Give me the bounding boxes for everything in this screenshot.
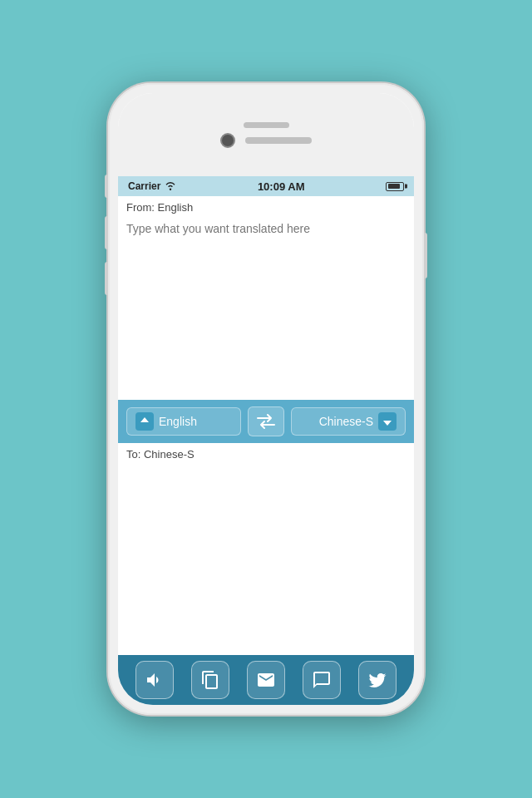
- swap-icon: [257, 414, 275, 429]
- power-button[interactable]: [424, 233, 427, 278]
- battery-fill: [388, 184, 400, 189]
- top-bezel: [118, 93, 414, 176]
- message-button[interactable]: [303, 661, 341, 699]
- volume-up-button[interactable]: [105, 216, 108, 249]
- copy-icon: [200, 670, 220, 690]
- email-icon: [256, 670, 276, 690]
- target-language-button[interactable]: Chinese-S: [291, 407, 406, 436]
- bottom-toolbar: [118, 655, 414, 705]
- speak-button[interactable]: [135, 661, 174, 699]
- to-label: To: Chinese-S: [118, 443, 414, 464]
- front-camera: [220, 133, 235, 148]
- camera-row: [220, 133, 312, 148]
- microphone-grille: [245, 137, 312, 144]
- email-button[interactable]: [247, 661, 285, 699]
- message-icon: [312, 670, 332, 690]
- carrier-info: Carrier: [128, 180, 176, 192]
- down-arrow-icon: [378, 412, 397, 431]
- social-button[interactable]: [358, 661, 397, 699]
- status-time: 10:09 AM: [258, 180, 305, 193]
- translation-input-area[interactable]: [118, 217, 414, 400]
- language-bar: English Chinese-S: [118, 400, 414, 443]
- earpiece-speaker: [244, 122, 289, 128]
- source-language-button[interactable]: English: [126, 407, 241, 436]
- carrier-name: Carrier: [128, 180, 160, 192]
- battery-indicator: [386, 182, 404, 191]
- mute-button[interactable]: [105, 175, 108, 198]
- app-screen: Carrier 10:09 AM: [118, 176, 414, 705]
- wifi-icon: [165, 181, 176, 192]
- volume-down-button[interactable]: [105, 262, 108, 295]
- phone-frame: Carrier 10:09 AM: [108, 83, 424, 715]
- battery-icon: [386, 182, 404, 191]
- swap-languages-button[interactable]: [248, 406, 284, 436]
- up-arrow-icon: [135, 412, 154, 431]
- speaker-icon: [145, 670, 165, 690]
- source-language-label: English: [159, 415, 197, 428]
- translation-input[interactable]: [126, 222, 406, 395]
- twitter-facebook-icon: [367, 670, 387, 690]
- from-label: From: English: [118, 196, 414, 217]
- status-bar: Carrier 10:09 AM: [118, 176, 414, 196]
- copy-button[interactable]: [191, 661, 229, 699]
- target-language-label: Chinese-S: [319, 415, 373, 428]
- translation-output-area: [118, 464, 414, 655]
- phone-screen: Carrier 10:09 AM: [118, 93, 414, 705]
